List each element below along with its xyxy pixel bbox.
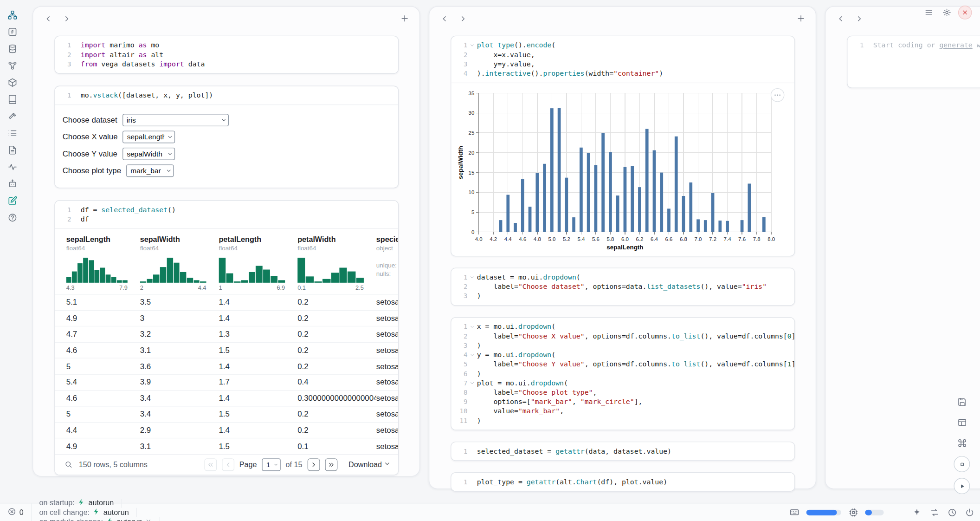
settings-button[interactable] <box>940 6 954 20</box>
on-cell-change-config[interactable]: on cell change:autorun <box>32 508 137 517</box>
power-button[interactable] <box>964 507 975 518</box>
sidebar-item-tools[interactable] <box>5 109 20 124</box>
svg-text:6.8: 6.8 <box>680 236 687 242</box>
fold-caret[interactable] <box>468 273 477 282</box>
column-name: species <box>376 235 395 244</box>
table-row[interactable]: 4.63.41.40.30000000000000004setosa <box>55 390 398 406</box>
column-header-sepalLength[interactable]: sepalLengthfloat644.37.9 <box>66 235 140 294</box>
table-row[interactable]: 4.931.40.2setosa <box>55 310 398 326</box>
run-all-button[interactable] <box>954 478 970 494</box>
code-editor[interactable]: 1selected_dataset = getattr(data, datase… <box>451 442 794 460</box>
sidebar-item-dependency-graph[interactable] <box>5 58 20 73</box>
table-row[interactable]: 4.73.21.30.2setosa <box>55 326 398 342</box>
table-row[interactable]: 53.61.40.2setosa <box>55 358 398 374</box>
column-prev-button[interactable] <box>833 12 848 27</box>
x-select[interactable]: sepalLength <box>122 130 175 143</box>
sidebar-item-outline[interactable] <box>5 143 20 157</box>
code-editor[interactable]: 1mo.vstack([dataset, x, y, plot]) <box>55 86 398 104</box>
line-number: 2 <box>55 215 71 224</box>
table-row[interactable]: 53.41.50.2setosa <box>55 406 398 422</box>
chevron-left-icon <box>440 14 449 25</box>
on-startup-config[interactable]: on startup:autorun <box>32 498 122 508</box>
download-button[interactable]: Download <box>348 460 391 469</box>
sidebar-item-scratchpad[interactable] <box>5 193 20 208</box>
column-header-petalWidth[interactable]: petalWidthfloat640.12.5 <box>297 235 376 294</box>
column-prev-button[interactable] <box>437 12 452 27</box>
sync-button[interactable] <box>929 507 940 518</box>
table-cell: setosa <box>376 394 399 403</box>
control-label: Choose dataset <box>63 116 117 124</box>
table-cell: setosa <box>376 442 399 451</box>
interrupt-button[interactable] <box>954 456 970 472</box>
column-header-sepalWidth[interactable]: sepalWidthfloat6424.4 <box>140 235 219 294</box>
table-row[interactable]: 5.43.91.70.4setosa <box>55 374 398 390</box>
sidebar-item-functions[interactable] <box>5 25 20 39</box>
column-next-button[interactable] <box>456 12 471 27</box>
range-max: 7.9 <box>119 284 128 291</box>
code-editor[interactable]: 1plot_type().encode(2 x=x.value,3 y=y.va… <box>451 36 794 83</box>
sidebar-item-ai-assistant[interactable] <box>5 176 20 191</box>
chevron-right-icon <box>855 14 864 23</box>
last-page-button[interactable] <box>325 458 337 471</box>
zap-icon <box>93 508 100 517</box>
shortcuts-button[interactable] <box>954 435 969 450</box>
svg-text:4.4: 4.4 <box>504 236 512 242</box>
machine-stats-area <box>789 507 980 518</box>
sidebar-item-packages[interactable] <box>5 75 20 90</box>
table-row[interactable]: 4.93.11.50.1setosa <box>55 438 398 454</box>
notebook-menu-button[interactable] <box>922 6 936 20</box>
column-prev-button[interactable] <box>41 12 56 27</box>
error-indicator[interactable]: 0 <box>0 503 32 521</box>
next-page-button[interactable] <box>307 458 320 471</box>
table-search-button[interactable] <box>63 459 74 470</box>
line-number: 1 <box>55 91 71 100</box>
add-cell-button[interactable] <box>397 12 412 27</box>
fold-caret[interactable] <box>468 350 477 359</box>
table-footer: 150 rows, 5 columnsPage1of 15Download <box>55 454 398 475</box>
cell-imports-cell: 1import marimo as mo2import altair as al… <box>54 36 399 74</box>
keyboard-shortcuts-button[interactable] <box>789 507 800 518</box>
sidebar-item-tracing[interactable] <box>5 159 20 174</box>
code-editor[interactable]: 1plot_type = getattr(alt.Chart(df), plot… <box>451 473 794 491</box>
sidebar-item-documentation[interactable] <box>5 92 20 107</box>
first-page-button[interactable] <box>204 458 217 471</box>
sidebar-item-help[interactable] <box>5 210 20 225</box>
on-module-change-config[interactable]: on module change:autorun <box>32 517 160 521</box>
plot-type-select[interactable]: mark_bar <box>126 164 174 177</box>
column-header-species[interactable]: speciesobjectunique:nulls: <box>376 235 399 294</box>
code-editor[interactable]: 1import marimo as mo2import altair as al… <box>55 36 398 73</box>
y-select[interactable]: sepalWidth <box>122 147 175 160</box>
prev-page-button[interactable] <box>222 458 234 471</box>
chart-actions-button[interactable] <box>771 88 785 102</box>
code-editor[interactable]: 1x = mo.ui.dropdown(2 label="Choose X va… <box>451 318 794 430</box>
code-editor[interactable]: 1dataset = mo.ui.dropdown(2 label="Choos… <box>451 268 794 305</box>
add-cell-button[interactable] <box>793 12 808 27</box>
ai-button[interactable] <box>911 507 922 518</box>
line-number: 3 <box>451 341 467 350</box>
sidebar-item-notebook-tree[interactable] <box>5 7 20 22</box>
code-editor[interactable]: 1 Start coding or generate with AI <box>847 36 980 87</box>
page-select[interactable]: 1 <box>262 458 280 471</box>
column-histogram <box>297 256 364 283</box>
code-editor[interactable]: 1df = selected_dataset()2df <box>55 201 398 228</box>
layout-button[interactable] <box>954 415 969 430</box>
cpu-icon[interactable] <box>847 507 858 518</box>
fold-caret[interactable] <box>468 41 477 50</box>
fold-caret[interactable] <box>468 378 477 388</box>
column-next-button[interactable] <box>852 12 867 27</box>
sidebar-item-datasets[interactable] <box>5 41 20 56</box>
table-row[interactable]: 4.42.91.40.2setosa <box>55 422 398 438</box>
svg-text:5: 5 <box>471 209 474 215</box>
column-next-button[interactable] <box>59 12 74 27</box>
shutdown-button[interactable] <box>958 6 972 20</box>
dataset-select[interactable]: iris <box>122 113 228 126</box>
table-row[interactable]: 5.13.51.40.2setosa <box>55 294 398 310</box>
save-button[interactable] <box>954 394 969 409</box>
fold-caret[interactable] <box>468 322 477 332</box>
column-header-petalLength[interactable]: petalLengthfloat6416.9 <box>219 235 297 294</box>
table-row[interactable]: 4.63.11.50.2setosa <box>55 342 398 358</box>
sidebar-item-logs[interactable] <box>5 126 20 141</box>
generate-link[interactable]: generate <box>939 41 972 50</box>
table-cell: 1.7 <box>219 378 297 387</box>
history-button[interactable] <box>946 507 957 518</box>
